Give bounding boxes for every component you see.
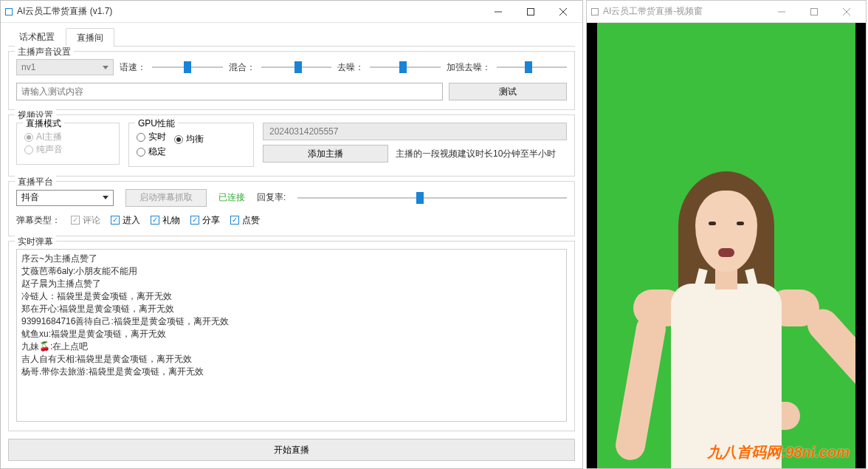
maximize-button[interactable] (798, 1, 830, 22)
tab-script-config[interactable]: 话术配置 (8, 27, 66, 46)
watermark-text: 九八首码网:98ni.com (707, 442, 850, 462)
live-mode-legend: 直播模式 (23, 117, 64, 130)
minimize-button[interactable] (482, 1, 514, 22)
svg-rect-0 (528, 8, 534, 15)
danmu-line: 鱿鱼xu:福袋里是黄金项链，离开无效 (21, 328, 562, 340)
radio-gpu-realtime[interactable]: 实时 (137, 131, 166, 143)
video-advice-text: 主播的一段视频建议时长10分钟至半小时 (396, 148, 556, 160)
platform-legend: 直播平台 (15, 176, 56, 188)
chevron-down-icon (103, 196, 108, 199)
add-anchor-button[interactable]: 添加主播 (263, 145, 388, 162)
video-title-bar: AI云员工带货直播-视频窗 (587, 1, 866, 23)
chevron-down-icon (103, 66, 108, 69)
denoise-slider[interactable] (370, 60, 441, 75)
tab-bar: 话术配置 直播间 (8, 27, 575, 47)
radio-gpu-stable[interactable]: 稳定 (137, 146, 166, 158)
gpu-perf-subgroup: GPU性能 实时 均衡 稳定 (128, 123, 254, 167)
checkbox-enter[interactable]: 进入 (111, 214, 140, 227)
gpu-perf-legend: GPU性能 (135, 117, 178, 130)
main-window-title: AI云员工带货直播 (v1.7) (17, 5, 482, 18)
close-button[interactable] (830, 1, 863, 22)
platform-select-value: 抖音 (21, 191, 39, 204)
tab-live-room[interactable]: 直播间 (66, 28, 114, 47)
speed-slider[interactable] (152, 60, 223, 75)
checkbox-gift[interactable]: 礼物 (151, 214, 180, 227)
platform-group: 直播平台 抖音 启动弹幕抓取 已连接 回复率: 弹幕类型： 评论 进入 礼物 分… (8, 181, 575, 236)
svg-rect-1 (811, 8, 818, 15)
video-area: 九八首码网:98ni.com (587, 23, 866, 468)
reply-rate-slider[interactable] (297, 191, 567, 205)
danmu-line: 九妹🍒:在上点吧 (21, 340, 562, 353)
danmu-line: 冷链人：福袋里是黄金项链，离开无效 (21, 290, 562, 303)
voice-select-value: nv1 (21, 62, 35, 72)
preset-select-value: 20240314205557 (269, 126, 338, 137)
main-window: AI云员工带货直播 (v1.7) 话术配置 直播间 主播声音设置 nv1 语速：… (0, 0, 583, 469)
danmu-line: 吉人自有天相:福袋里是黄金项链，离开无效 (21, 353, 562, 366)
video-window: AI云员工带货直播-视频窗 九八首码网:98ni.com (586, 0, 867, 469)
ai-anchor-avatar (623, 158, 830, 468)
maximize-button[interactable] (514, 1, 547, 22)
radio-ai-anchor[interactable]: AI主播 (24, 131, 62, 143)
realtime-danmu-group: 实时弹幕 序云~为主播点赞了艾薇芭蒂6aly:小朋友能不能用赵子晨为主播点赞了冷… (8, 241, 575, 432)
main-title-bar: AI云员工带货直播 (v1.7) (1, 1, 582, 23)
danmu-line: 序云~为主播点赞了 (21, 253, 562, 265)
green-screen: 九八首码网:98ni.com (597, 23, 855, 468)
connection-status: 已连接 (218, 191, 245, 204)
minimize-button[interactable] (765, 1, 798, 22)
radio-gpu-balance[interactable]: 均衡 (174, 133, 204, 146)
app-icon (591, 8, 599, 16)
enhance-denoise-label: 加强去噪： (447, 61, 491, 74)
voice-settings-group: 主播声音设置 nv1 语速： 混合： 去噪： 加强去噪： 测试 (8, 51, 575, 110)
checkbox-comment[interactable]: 评论 (71, 214, 100, 227)
danmu-type-label: 弹幕类型： (16, 214, 61, 227)
danmu-list[interactable]: 序云~为主播点赞了艾薇芭蒂6aly:小朋友能不能用赵子晨为主播点赞了冷链人：福袋… (16, 249, 567, 422)
danmu-line: 艾薇芭蒂6aly:小朋友能不能用 (21, 265, 562, 278)
reply-rate-label: 回复率: (257, 191, 286, 204)
realtime-danmu-legend: 实时弹幕 (15, 236, 56, 248)
danmu-line: 杨哥.带你去旅游:福袋里是黄金项链，离开无效 (21, 366, 562, 378)
video-window-title: AI云员工带货直播-视频窗 (603, 5, 765, 18)
preset-select[interactable]: 20240314205557 (263, 123, 567, 140)
start-live-button[interactable]: 开始直播 (8, 439, 575, 461)
danmu-line: 赵子晨为主播点赞了 (21, 278, 562, 290)
start-capture-button[interactable]: 启动弹幕抓取 (125, 189, 207, 207)
close-button[interactable] (547, 1, 579, 22)
radio-pure-voice[interactable]: 纯声音 (24, 143, 63, 156)
checkbox-share[interactable]: 分享 (190, 214, 220, 227)
voice-select[interactable]: nv1 (16, 59, 114, 75)
danmu-line: 93991684716善待自己:福袋里是黄金项链，离开无效 (21, 315, 562, 328)
danmu-line: 郑在开心:福袋里是黄金项链，离开无效 (21, 303, 562, 315)
mix-label: 混合： (229, 61, 255, 74)
test-button[interactable]: 测试 (449, 83, 567, 100)
platform-select[interactable]: 抖音 (16, 190, 114, 206)
speed-label: 语速： (120, 61, 146, 74)
live-mode-subgroup: 直播模式 AI主播 纯声音 (16, 123, 120, 165)
voice-settings-legend: 主播声音设置 (15, 46, 74, 58)
enhance-denoise-slider[interactable] (497, 60, 568, 75)
test-text-input[interactable] (16, 83, 443, 100)
checkbox-like[interactable]: 点赞 (230, 214, 260, 227)
video-settings-group: 视频设置 直播模式 AI主播 纯声音 GPU性能 实时 均衡 稳定 202403… (8, 114, 575, 177)
denoise-label: 去噪： (337, 61, 364, 74)
app-icon (5, 8, 13, 16)
mix-slider[interactable] (261, 60, 332, 75)
